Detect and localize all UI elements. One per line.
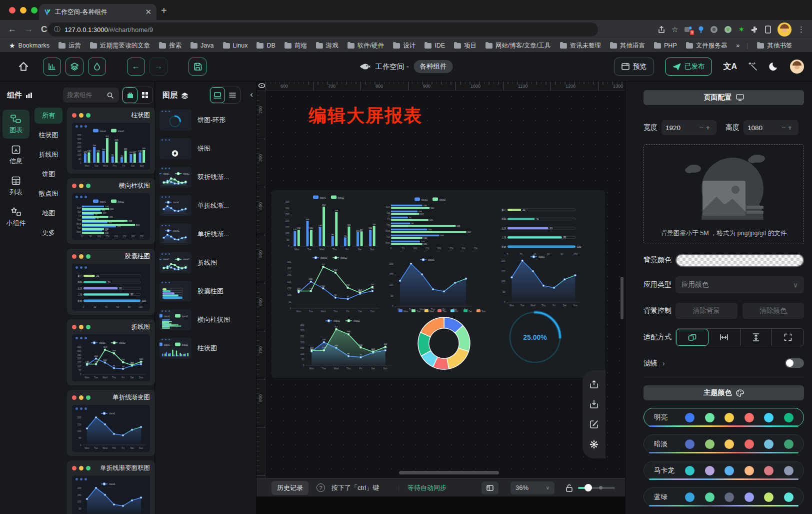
workspace-name-badge[interactable]: 各种组件 <box>414 60 452 73</box>
site-info-icon[interactable]: ⓘ <box>54 25 60 34</box>
toggle-guides-eye-icon[interactable] <box>258 83 266 89</box>
canvas-chart-area2[interactable]: 050100150200250300350MonTueWedThuFriSatS… <box>296 317 394 371</box>
chart-board[interactable]: 050100150200250300350Mon120130Tue200130W… <box>272 190 605 378</box>
layer-item[interactable]: 饼图-环形 <box>160 108 252 133</box>
theme-row-2[interactable]: 马卡龙 <box>644 461 804 480</box>
app-home-icon[interactable] <box>18 61 29 72</box>
language-icon[interactable]: 文A <box>723 62 737 72</box>
grid-view-button[interactable] <box>138 87 152 103</box>
apply-type-select[interactable]: 应用颜色∨ <box>676 276 804 293</box>
background-color-swatch[interactable] <box>676 254 804 267</box>
canvas-chart-hbar2[interactable]: 050100150200250300350Mon120130Tue200130W… <box>382 196 482 251</box>
dark-mode-moon-icon[interactable] <box>769 62 779 72</box>
bookmark-item[interactable]: 项目 <box>454 42 476 50</box>
canvas-chart-donut[interactable]: MonTueWedThuFriSatSun <box>398 308 490 371</box>
single-view-button[interactable] <box>122 87 138 103</box>
bookmark-item[interactable]: 资讯未整理 <box>560 42 602 50</box>
collapse-panel-icon[interactable]: ‹ <box>250 90 253 100</box>
theme-row-1[interactable]: 暗淡 <box>644 434 804 453</box>
bookmark-item[interactable]: IDE <box>424 42 445 50</box>
horizontal-scrollbar[interactable] <box>399 471 499 474</box>
forward-icon[interactable]: → <box>24 25 33 35</box>
share-icon[interactable] <box>658 26 666 34</box>
import-icon[interactable] <box>589 399 599 409</box>
help-icon[interactable]: ? <box>316 478 325 497</box>
layer-item[interactable]: data1data2柱状图 <box>160 336 252 361</box>
chevron-right-icon[interactable]: › <box>662 359 665 367</box>
category-4[interactable]: 散点图 <box>32 189 65 198</box>
layer-item[interactable]: data1单折线渐... <box>160 193 252 218</box>
browser-profile-avatar[interactable] <box>778 23 792 37</box>
search-input[interactable] <box>67 92 107 99</box>
extension-badge-icon[interactable]: 9 <box>684 26 692 33</box>
bookmarks-root[interactable]: ★Bookmarks <box>9 42 50 50</box>
theme-row-0[interactable]: 明亮 <box>644 408 804 427</box>
height-stepper[interactable]: 1080−+ <box>744 120 798 135</box>
redo-button[interactable]: → <box>150 58 168 76</box>
bookmark-item[interactable]: Java <box>190 42 214 50</box>
fit-scale-button[interactable] <box>676 329 708 346</box>
slider-thumb[interactable] <box>584 484 592 491</box>
sidebar-item-1[interactable]: A信息 <box>2 141 30 170</box>
layers-panel-toggle-button[interactable] <box>66 58 84 76</box>
theme-row-3[interactable]: 蓝绿 <box>644 487 804 506</box>
edit-icon[interactable] <box>589 419 599 429</box>
save-button[interactable] <box>188 58 206 76</box>
details-panel-toggle-button[interactable] <box>88 58 106 76</box>
canvas-chart-ring[interactable]: 25.00% <box>506 309 564 365</box>
layout-preview-button[interactable] <box>482 481 498 494</box>
category-2[interactable]: 折线图 <box>32 150 65 159</box>
extension-green-icon[interactable] <box>724 26 732 34</box>
category-1[interactable]: 柱状图 <box>32 131 65 140</box>
window-close-button[interactable] <box>9 7 16 14</box>
magic-wand-icon[interactable] <box>748 62 758 72</box>
canvas-chart-bar2[interactable]: 050100150200250300350Mon120130Tue200130W… <box>282 194 380 252</box>
bookmark-item[interactable]: 前端 <box>284 42 307 50</box>
category-0[interactable]: 所有 <box>34 108 62 124</box>
layer-item[interactable]: data1单折线渐... <box>160 222 252 247</box>
components-panel-toggle-button[interactable] <box>43 58 61 76</box>
component-search[interactable] <box>63 88 119 103</box>
layer-thumbnail-view-button[interactable] <box>210 87 225 103</box>
tab-close-icon[interactable]: ✕ <box>145 8 152 17</box>
category-5[interactable]: 地图 <box>32 209 65 218</box>
new-tab-button[interactable]: + <box>161 5 167 17</box>
reload-icon[interactable]: C <box>41 25 47 35</box>
other-bookmarks[interactable]: 其他书签 <box>757 42 792 50</box>
layer-item[interactable]: 胶囊柱图 <box>160 279 252 304</box>
layer-item[interactable]: data1data2双折线渐... <box>160 165 252 190</box>
category-3[interactable]: 饼图 <box>32 170 65 179</box>
vertical-scrollbar[interactable] <box>620 277 624 319</box>
layer-list-view-button[interactable] <box>225 87 240 103</box>
layer-item[interactable]: 饼图 <box>160 136 252 161</box>
width-stepper[interactable]: 1920−+ <box>662 120 716 135</box>
component-card[interactable]: 折线图050100150200250300350MonTueWedThuFriS… <box>67 319 155 385</box>
bookmark-item[interactable]: 文件服务器 <box>686 42 728 50</box>
canvas-text-element[interactable]: 编辑大屏报表 <box>308 104 422 128</box>
bookmark-item[interactable]: DB <box>256 42 275 50</box>
sidebar-item-0[interactable]: 图表 <box>2 110 30 139</box>
canvas-chart-line1[interactable]: 050100150200MonTueWedThuFriSatSundata1 <box>498 253 584 308</box>
extension-star-icon[interactable]: ✶ <box>738 25 744 34</box>
sidebar-item-2[interactable]: 列表 <box>2 172 30 201</box>
browser-menu-icon[interactable]: ⋮ <box>798 25 805 34</box>
layer-item[interactable]: data1data2折线图 <box>160 250 252 275</box>
window-zoom-button[interactable] <box>31 7 38 14</box>
zoom-select[interactable]: 36%∨ <box>510 481 554 494</box>
clear-background-button[interactable]: 清除背景 <box>676 303 738 319</box>
canvas-chart-line2[interactable]: 050100150200250300350MonTueWedThuFriSatS… <box>284 254 382 314</box>
component-card[interactable]: 单折线渐变面积图050100150200MonTueWedThuFriSatSu… <box>67 460 155 514</box>
user-avatar[interactable] <box>790 60 804 74</box>
editor-canvas[interactable]: 6007008009001000110012001300 20030040050… <box>256 82 625 514</box>
bookmark-item[interactable]: 网站/博客/文章/工具 <box>486 42 550 50</box>
bookmark-item[interactable]: 游戏 <box>316 42 338 50</box>
history-button[interactable]: 历史记录 <box>272 481 308 495</box>
filter-toggle[interactable] <box>785 358 804 368</box>
puzzle-extensions-icon[interactable] <box>750 26 758 34</box>
canvas-chart-line1[interactable]: 050100150200MonTueWedThuFriSatSundata1 <box>386 256 474 312</box>
layer-item[interactable]: data1data2横向柱状图 <box>160 307 252 332</box>
component-card[interactable]: 胶囊柱图厦门20南阳40北京60上海80新疆100020406080100 <box>67 249 155 315</box>
component-card[interactable]: 单折线渐变图050100150200MonTueWedThuFriSatSund… <box>67 390 155 456</box>
background-upload-dropzone[interactable]: 背景图需小于 5M ，格式为 png/jpg/gif 的文件 <box>644 144 804 244</box>
bookmark-item[interactable]: 搜索 <box>159 42 182 50</box>
